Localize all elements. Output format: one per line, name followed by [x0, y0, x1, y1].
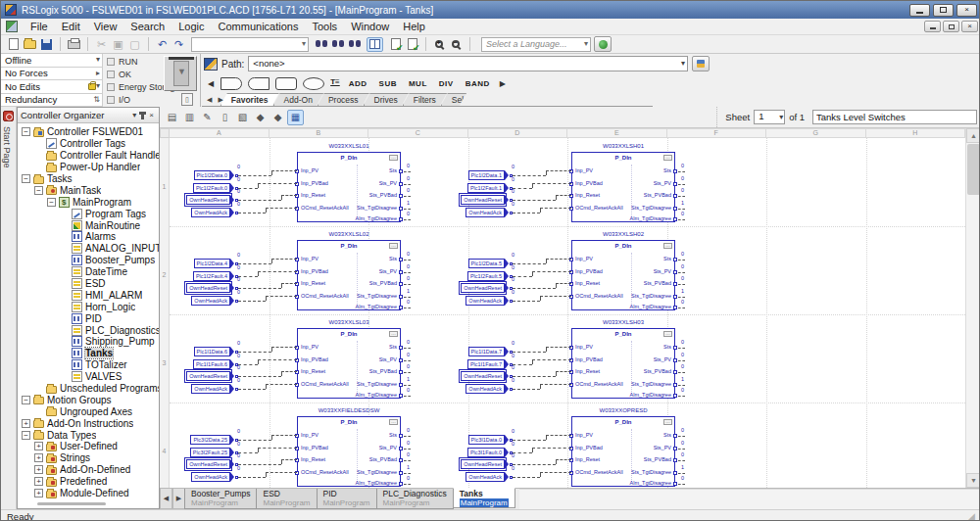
- output-pin[interactable]: [399, 447, 403, 450]
- block-properties-icon[interactable]: …: [663, 243, 672, 249]
- tag-browser-icon[interactable]: ▥: [181, 110, 198, 125]
- child-restore-button[interactable]: [943, 21, 959, 32]
- input-reference-tag[interactable]: Plc1I2Fault.00: [193, 183, 238, 193]
- output-pin[interactable]: [399, 282, 403, 286]
- verify-controller-icon[interactable]: [404, 37, 420, 52]
- tree-item-unscheduled-programs[interactable]: Unscheduled Programs: [18, 383, 159, 395]
- menu-logic[interactable]: Logic: [172, 20, 211, 33]
- status-row-no-forces[interactable]: No Forces▸: [1, 68, 103, 81]
- output-pin[interactable]: [673, 169, 677, 173]
- tree-item-tanks[interactable]: Tanks: [18, 348, 159, 359]
- tree-item-tasks[interactable]: −Tasks: [18, 173, 159, 185]
- tree-item-ungrouped-axes[interactable]: Ungrouped Axes: [18, 405, 159, 417]
- output-pin[interactable]: [673, 358, 677, 362]
- menu-window[interactable]: Window: [344, 20, 396, 33]
- input-reference-tag[interactable]: Plc3I2Data.250: [190, 435, 238, 445]
- tree-item-shipping-pump[interactable]: Shipping_Pump: [18, 336, 159, 348]
- input-reference-tag[interactable]: Plc3I1Fault.00: [467, 448, 513, 457]
- forces-dropdown-icon[interactable]: ▸: [96, 70, 100, 77]
- tree-scrollbar[interactable]: [37, 502, 106, 505]
- tree-item-controller-fslwed01[interactable]: −Controller FSLWED01: [18, 126, 159, 138]
- routine-tab-pid[interactable]: PIDMainProgram: [317, 489, 377, 509]
- block-properties-icon[interactable]: …: [389, 155, 398, 161]
- input-reference-tag[interactable]: Plc1I1Data.70: [468, 347, 514, 356]
- input-reference-tag[interactable]: Plc1I2Data.10: [468, 170, 514, 180]
- paste-icon[interactable]: ▢: [126, 37, 143, 52]
- tree-item-datetime[interactable]: DateTime: [18, 266, 159, 278]
- collapse-icon[interactable]: −: [22, 431, 30, 440]
- instruction-timer-button[interactable]: T≡: [330, 77, 340, 90]
- undo-icon[interactable]: ↶: [154, 37, 171, 52]
- search-combo[interactable]: [191, 37, 309, 52]
- function-block-w033xxlsh01[interactable]: P_DIn…Inp_PVInp_PVBadInp_ResetOCmd_Reset…: [571, 152, 675, 222]
- input-reference-tag[interactable]: Plc1I2Data.50: [468, 259, 514, 268]
- function-block-w033xxopresd[interactable]: P_DIn…Inp_PVInp_PVBadInp_ResetOCmd_Reset…: [571, 416, 675, 487]
- output-pin[interactable]: [399, 194, 403, 198]
- find-replace-icon[interactable]: [346, 37, 363, 52]
- menu-edit[interactable]: Edit: [55, 20, 87, 33]
- menu-view[interactable]: View: [87, 20, 124, 33]
- function-block-w033xxlsl03[interactable]: P_DIn…Inp_PVInp_PVBadInp_ResetOCmd_Reset…: [297, 328, 401, 399]
- block-properties-icon[interactable]: …: [389, 243, 398, 249]
- output-pin[interactable]: [673, 282, 677, 286]
- output-pin[interactable]: [673, 207, 677, 211]
- restore-button[interactable]: [933, 4, 954, 17]
- output-pin[interactable]: [399, 458, 403, 462]
- output-pin[interactable]: [399, 295, 403, 299]
- vertical-scrollbar[interactable]: ▲ ▼: [965, 128, 980, 488]
- collapse-icon[interactable]: −: [47, 198, 56, 207]
- tree-item-data-types[interactable]: −Data Types: [18, 429, 159, 441]
- output-pin[interactable]: [399, 358, 403, 362]
- status-row-no-edits[interactable]: No Edits▾: [1, 80, 103, 94]
- status-row-redundancy[interactable]: Redundancy⇅: [1, 94, 103, 108]
- output-pin[interactable]: [399, 217, 403, 221]
- prev-sheet-icon[interactable]: ◆: [252, 110, 269, 125]
- tree-item-predefined[interactable]: +Predefined: [18, 476, 159, 488]
- palette-scroll-right-icon[interactable]: ▶: [496, 77, 510, 90]
- find-next-icon[interactable]: [313, 37, 329, 52]
- input-reference-tag[interactable]: Plc1I2Fault.40: [193, 271, 238, 281]
- minimize-button[interactable]: [909, 4, 930, 17]
- tree-item-motion-groups[interactable]: −Motion Groups: [18, 394, 159, 405]
- start-page-icon[interactable]: [3, 111, 14, 121]
- instruction-shape-button[interactable]: [248, 77, 270, 90]
- input-reference-tag[interactable]: OwnHeadReset0: [461, 283, 513, 293]
- palette-tab-add-on[interactable]: Add-On: [273, 93, 323, 106]
- output-pin[interactable]: [673, 258, 677, 261]
- tree-item-booster-pumps[interactable]: Booster_Pumps: [18, 255, 159, 266]
- menu-tools[interactable]: Tools: [305, 20, 344, 33]
- collapse-icon[interactable]: −: [22, 396, 30, 404]
- output-pin[interactable]: [673, 458, 677, 462]
- instruction-button-sub[interactable]: SUB: [373, 76, 403, 91]
- tree-item-mainroutine[interactable]: MainRoutine: [18, 219, 159, 231]
- input-reference-tag[interactable]: OwnHeadReset0: [186, 459, 238, 469]
- menu-help[interactable]: Help: [396, 20, 432, 33]
- menu-file[interactable]: File: [24, 20, 55, 33]
- tree-item-strings[interactable]: +Strings: [18, 452, 159, 464]
- expand-icon[interactable]: +: [22, 419, 30, 428]
- output-pin[interactable]: [399, 346, 403, 350]
- function-block-w033xxlsh02[interactable]: P_DIn…Inp_PVInp_PVBadInp_ResetOCmd_Reset…: [571, 240, 675, 310]
- expand-icon[interactable]: +: [34, 489, 43, 497]
- input-reference-tag[interactable]: OwnHeadAck0: [466, 208, 513, 217]
- tree-item-analog-input[interactable]: ANALOG_INPUT: [18, 243, 159, 255]
- who-active-button[interactable]: [692, 56, 710, 71]
- tree-item-horn-logic[interactable]: Horn_Logic: [18, 301, 159, 312]
- expand-icon[interactable]: +: [34, 453, 43, 462]
- output-pin[interactable]: [399, 471, 403, 475]
- copy-icon[interactable]: ▣: [110, 37, 126, 52]
- sheet-description-input[interactable]: [812, 110, 977, 124]
- tree-item-maintask[interactable]: −MainTask: [18, 184, 159, 196]
- delete-sheet-icon[interactable]: ▧: [234, 110, 251, 125]
- output-pin[interactable]: [673, 370, 677, 374]
- instruction-button-add[interactable]: ADD: [343, 76, 373, 91]
- tree-item-plc-diagnostics[interactable]: PLC_Diagnostics: [18, 324, 159, 336]
- close-button[interactable]: ×: [956, 4, 977, 17]
- expand-icon[interactable]: +: [34, 442, 43, 450]
- edit-pen-icon[interactable]: ✎: [199, 110, 216, 125]
- output-pin[interactable]: [399, 370, 403, 374]
- tree-item-power-up-handler[interactable]: Power-Up Handler: [18, 162, 159, 173]
- output-pin[interactable]: [673, 383, 677, 387]
- output-pin[interactable]: [673, 295, 677, 299]
- instruction-shape-button[interactable]: [303, 77, 324, 90]
